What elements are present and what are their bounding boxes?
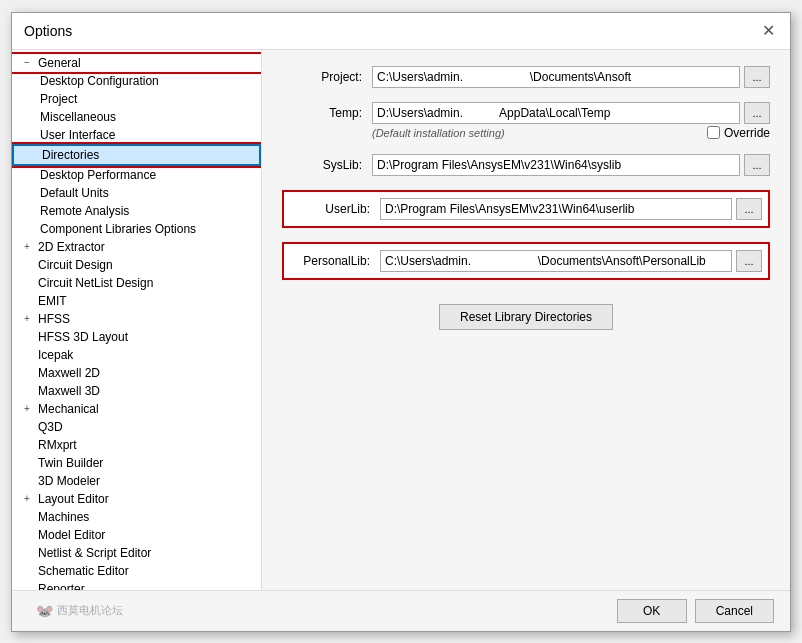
reset-btn-container: Reset Library Directories <box>282 304 770 330</box>
personallib-browse-button[interactable]: ... <box>736 250 762 272</box>
sidebar-item-label-reporter: Reporter <box>38 582 85 590</box>
close-button[interactable]: ✕ <box>758 21 778 41</box>
sidebar-item-label-general: General <box>38 56 81 70</box>
cancel-button[interactable]: Cancel <box>695 599 774 623</box>
sidebar-item-label-circuit-design: Circuit Design <box>38 258 113 272</box>
sidebar-item-label-desktop-config: Desktop Configuration <box>40 74 159 88</box>
syslib-field-row: SysLib: ... <box>282 154 770 176</box>
personallib-input-row: ... <box>380 250 762 272</box>
project-browse-button[interactable]: ... <box>744 66 770 88</box>
main-panel: Project: ... Temp: ... (De <box>262 50 790 590</box>
sidebar-item-label-schematic-editor: Schematic Editor <box>38 564 129 578</box>
sidebar-item-model-editor[interactable]: Model Editor <box>12 526 261 544</box>
userlib-label: UserLib: <box>290 198 380 216</box>
sidebar-item-hfss[interactable]: + HFSS <box>12 310 261 328</box>
personallib-input[interactable] <box>380 250 732 272</box>
sidebar-item-label-machines: Machines <box>38 510 89 524</box>
userlib-input[interactable] <box>380 198 732 220</box>
personallib-field-row: PersonalLib: ... <box>282 242 770 280</box>
expand-icon-general: − <box>20 57 34 68</box>
sidebar-item-directories[interactable]: Directories <box>12 144 261 166</box>
sidebar-item-circuit-netlist[interactable]: Circuit NetList Design <box>12 274 261 292</box>
syslib-input-group: ... <box>372 154 770 176</box>
sidebar-item-remote-analysis[interactable]: Remote Analysis <box>12 202 261 220</box>
sidebar-item-label-directories: Directories <box>42 148 99 162</box>
syslib-browse-button[interactable]: ... <box>744 154 770 176</box>
override-text: Override <box>724 126 770 140</box>
sidebar-item-label-maxwell-3d: Maxwell 3D <box>38 384 100 398</box>
sidebar-item-label-3d-modeler: 3D Modeler <box>38 474 100 488</box>
temp-label: Temp: <box>282 102 372 120</box>
ok-button[interactable]: OK <box>617 599 687 623</box>
sidebar-item-desktop-config[interactable]: Desktop Configuration <box>12 72 261 90</box>
sidebar-item-general[interactable]: − General <box>12 54 261 72</box>
sidebar-item-label-twin-builder: Twin Builder <box>38 456 103 470</box>
sidebar-item-icepak[interactable]: Icepak <box>12 346 261 364</box>
watermark-container: 🐭 西莫电机论坛 <box>28 599 609 623</box>
sidebar-item-label-remote-analysis: Remote Analysis <box>40 204 129 218</box>
sidebar-item-label-model-editor: Model Editor <box>38 528 105 542</box>
temp-input[interactable] <box>372 102 740 124</box>
project-label: Project: <box>282 66 372 84</box>
dialog-footer: 🐭 西莫电机论坛 OK Cancel <box>12 590 790 631</box>
project-input-group: ... <box>372 66 770 88</box>
sidebar-item-twin-builder[interactable]: Twin Builder <box>12 454 261 472</box>
sidebar-item-2d-extractor[interactable]: + 2D Extractor <box>12 238 261 256</box>
dialog-content: − General Desktop Configuration Project … <box>12 50 790 590</box>
temp-browse-button[interactable]: ... <box>744 102 770 124</box>
sidebar-item-default-units[interactable]: Default Units <box>12 184 261 202</box>
reset-library-button[interactable]: Reset Library Directories <box>439 304 613 330</box>
sidebar-item-label-desktop-perf: Desktop Performance <box>40 168 156 182</box>
sidebar-item-label-default-units: Default Units <box>40 186 109 200</box>
sidebar-item-machines[interactable]: Machines <box>12 508 261 526</box>
sidebar-item-mechanical[interactable]: + Mechanical <box>12 400 261 418</box>
sidebar-item-maxwell-3d[interactable]: Maxwell 3D <box>12 382 261 400</box>
sidebar: − General Desktop Configuration Project … <box>12 50 262 590</box>
sidebar-item-reporter[interactable]: Reporter <box>12 580 261 590</box>
userlib-input-group: ... <box>380 198 762 220</box>
expand-icon-2d: + <box>20 241 34 252</box>
sidebar-item-label-circuit-netlist: Circuit NetList Design <box>38 276 153 290</box>
sidebar-item-user-interface[interactable]: User Interface <box>12 126 261 144</box>
syslib-input-row: ... <box>372 154 770 176</box>
sidebar-item-label-project: Project <box>40 92 77 106</box>
sidebar-item-emit[interactable]: EMIT <box>12 292 261 310</box>
sidebar-item-layout-editor[interactable]: + Layout Editor <box>12 490 261 508</box>
sidebar-item-label-maxwell-2d: Maxwell 2D <box>38 366 100 380</box>
expand-icon-layout-editor: + <box>20 493 34 504</box>
syslib-input[interactable] <box>372 154 740 176</box>
expand-icon-mechanical: + <box>20 403 34 414</box>
sidebar-item-hfss-3d-layout[interactable]: HFSS 3D Layout <box>12 328 261 346</box>
sidebar-item-project[interactable]: Project <box>12 90 261 108</box>
userlib-input-row: ... <box>380 198 762 220</box>
sidebar-item-label-misc: Miscellaneous <box>40 110 116 124</box>
sidebar-item-label-icepak: Icepak <box>38 348 73 362</box>
sidebar-item-netlist-script[interactable]: Netlist & Script Editor <box>12 544 261 562</box>
override-checkbox[interactable] <box>707 126 720 139</box>
sidebar-item-rmxprt[interactable]: RMxprt <box>12 436 261 454</box>
sidebar-item-label-netlist-script: Netlist & Script Editor <box>38 546 151 560</box>
sidebar-item-desktop-perf[interactable]: Desktop Performance <box>12 166 261 184</box>
sidebar-item-label-ui: User Interface <box>40 128 115 142</box>
temp-field-row: Temp: ... (Default installation setting)… <box>282 102 770 140</box>
sidebar-item-q3d[interactable]: Q3D <box>12 418 261 436</box>
temp-input-group: ... (Default installation setting) Overr… <box>372 102 770 140</box>
sidebar-item-component-libs[interactable]: Component Libraries Options <box>12 220 261 238</box>
temp-override-row: (Default installation setting) Override <box>372 126 770 140</box>
project-input[interactable] <box>372 66 740 88</box>
sidebar-item-maxwell-2d[interactable]: Maxwell 2D <box>12 364 261 382</box>
sidebar-item-3d-modeler[interactable]: 3D Modeler <box>12 472 261 490</box>
watermark-icon: 🐭 <box>36 603 53 619</box>
sidebar-item-label-hfss-3d: HFSS 3D Layout <box>38 330 128 344</box>
sidebar-item-schematic-editor[interactable]: Schematic Editor <box>12 562 261 580</box>
override-label-group: Override <box>707 126 770 140</box>
sidebar-item-label-component-libs: Component Libraries Options <box>40 222 196 236</box>
project-input-row: ... <box>372 66 770 88</box>
sidebar-item-label-q3d: Q3D <box>38 420 63 434</box>
userlib-browse-button[interactable]: ... <box>736 198 762 220</box>
sidebar-item-miscellaneous[interactable]: Miscellaneous <box>12 108 261 126</box>
sidebar-item-label-layout-editor: Layout Editor <box>38 492 109 506</box>
temp-hint: (Default installation setting) <box>372 127 505 139</box>
sidebar-item-circuit-design[interactable]: Circuit Design <box>12 256 261 274</box>
watermark: 🐭 西莫电机论坛 <box>36 603 123 619</box>
